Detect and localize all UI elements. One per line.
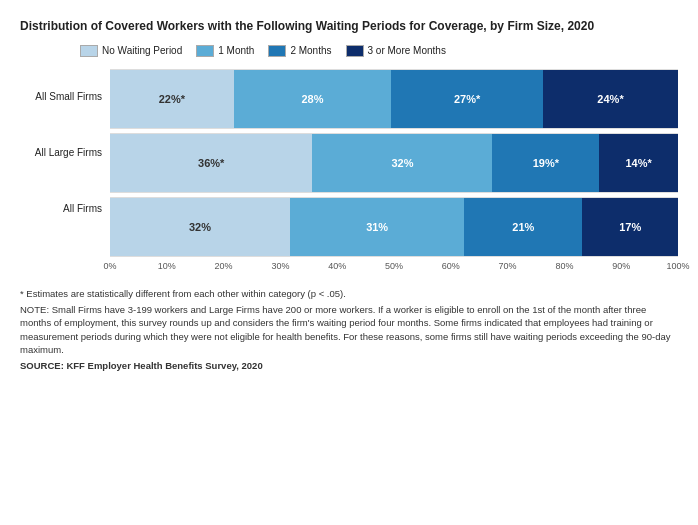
bar-segment: 22%* [110,70,234,128]
footnote-line: NOTE: Small Firms have 3-199 workers and… [20,303,678,356]
bar-segment: 32% [312,134,492,192]
footnote-line: * Estimates are statistically different … [20,287,678,300]
bar-row: 22%*28%27%*24%* [110,69,678,129]
footnotes: * Estimates are statistically different … [20,287,678,373]
x-axis: 0%10%20%30%40%50%60%70%80%90%100% [110,261,678,277]
legend-item: 2 Months [268,45,331,57]
bar-row: 32%31%21%17% [110,197,678,257]
legend-item: No Waiting Period [80,45,182,57]
x-tick: 10% [158,261,176,271]
bars-container: 22%*28%27%*24%*36%*32%19%*14%*32%31%21%1… [110,69,678,257]
x-tick: 30% [271,261,289,271]
bar-segment: 24%* [543,70,678,128]
y-axis-labels: All Small FirmsAll Large FirmsAll Firms [20,69,110,257]
x-tick: 20% [215,261,233,271]
legend-label: No Waiting Period [102,45,182,56]
bar-row: 36%*32%19%*14%* [110,133,678,193]
bar-segment: 32% [110,198,290,256]
footnote-line: SOURCE: KFF Employer Health Benefits Sur… [20,359,678,372]
x-tick: 100% [666,261,689,271]
y-label: All Firms [20,203,102,215]
legend: No Waiting Period1 Month2 Months3 or Mor… [80,45,678,57]
legend-item: 1 Month [196,45,254,57]
x-tick: 70% [499,261,517,271]
x-tick: 40% [328,261,346,271]
x-tick: 50% [385,261,403,271]
legend-label: 1 Month [218,45,254,56]
legend-label: 2 Months [290,45,331,56]
bar-segment: 31% [290,198,464,256]
bar-segment: 28% [234,70,391,128]
bars-wrapper: 22%*28%27%*24%*36%*32%19%*14%*32%31%21%1… [110,69,678,257]
figure-title: Distribution of Covered Workers with the… [20,18,678,35]
bar-segment: 36%* [110,134,312,192]
bar-segment: 27%* [391,70,543,128]
bar-segment: 17% [582,198,678,256]
bar-segment: 19%* [492,134,599,192]
x-tick: 60% [442,261,460,271]
chart-area: All Small FirmsAll Large FirmsAll Firms … [20,69,678,277]
legend-item: 3 or More Months [346,45,446,57]
legend-label: 3 or More Months [368,45,446,56]
bar-segment: 21% [464,198,582,256]
x-tick: 90% [612,261,630,271]
y-label: All Small Firms [20,91,102,103]
bar-segment: 14%* [599,134,678,192]
x-tick: 80% [555,261,573,271]
x-tick: 0% [103,261,116,271]
y-label: All Large Firms [20,147,102,159]
